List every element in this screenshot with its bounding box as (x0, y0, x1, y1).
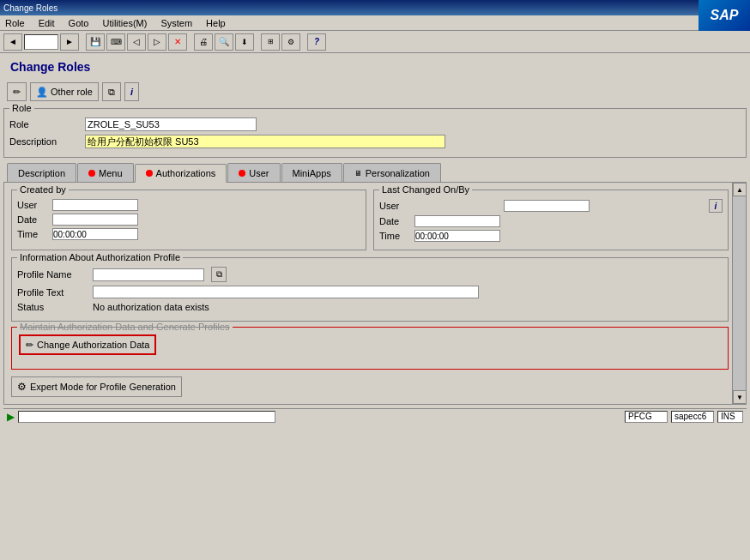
menu-role[interactable]: Role (3, 18, 27, 28)
nav-next-button[interactable]: ▷ (148, 33, 166, 51)
save-button[interactable]: 💾 (86, 33, 105, 51)
role-section-title: Role (9, 103, 34, 113)
expand-button[interactable]: ⊞ (261, 33, 280, 51)
expert-mode-label: Expert Mode for Profile Generation (30, 382, 176, 392)
expert-mode-icon: ⚙ (17, 381, 27, 393)
pfcg-text: PFCG (628, 412, 652, 421)
other-role-label: Other role (51, 87, 93, 97)
change-auth-pencil-icon: ✏ (26, 340, 33, 351)
profile-section: Information About Authorization Profile … (11, 257, 729, 322)
tab-personalization-label: Personalization (366, 168, 430, 178)
desc-field-row: Description (9, 135, 741, 148)
profile-section-title: Information About Authorization Profile (17, 252, 183, 262)
created-user-row: User (17, 199, 360, 211)
menu-bar: Role Edit Goto Utilities(M) System Help (0, 15, 750, 31)
role-input[interactable] (85, 117, 257, 131)
tab-personalization[interactable]: 🖥 Personalization (343, 163, 441, 182)
tab-miniapps[interactable]: MiniApps (281, 163, 342, 182)
stop-button[interactable]: ✕ (168, 33, 187, 51)
changed-date-input[interactable] (414, 215, 500, 227)
tab-personalization-icon: 🖥 (354, 169, 362, 178)
created-date-input[interactable] (52, 214, 138, 226)
toolbar: ◄ ► 💾 ⌨ ◁ ▷ ✕ 🖨 🔍 ⬇ ⊞ ⚙ ? (0, 31, 750, 53)
profile-text-row: Profile Text (17, 286, 723, 298)
menu-system[interactable]: System (159, 18, 194, 28)
scroll-track[interactable] (733, 196, 746, 390)
profile-status-value: No authorization data exists (93, 302, 209, 312)
change-auth-label: Change Authorization Data (37, 340, 149, 350)
maintain-section-title: Maintain Authorization Data and Generate… (17, 322, 233, 332)
desc-label: Description (9, 136, 78, 147)
profile-name-label: Profile Name (17, 269, 86, 280)
role-field-row: Role (9, 117, 741, 131)
menu-help[interactable]: Help (204, 18, 227, 28)
changed-user-input[interactable] (504, 200, 590, 212)
changed-time-input[interactable] (414, 230, 500, 242)
copy-small-icon: ⧉ (216, 269, 222, 280)
changed-user-label: User (379, 201, 409, 211)
status-arrow-icon: ▶ (7, 411, 15, 423)
tab-authorizations[interactable]: Authorizations (135, 164, 227, 183)
profile-text-label: Profile Text (17, 287, 86, 298)
profile-name-input[interactable] (93, 268, 204, 281)
created-user-input[interactable] (52, 199, 138, 211)
menu-utilities[interactable]: Utilities(M) (100, 18, 148, 28)
command-input[interactable] (24, 34, 58, 50)
changed-info-icon[interactable]: i (709, 199, 723, 213)
other-role-icon: 👤 (36, 87, 48, 98)
tab-description-label: Description (18, 168, 65, 178)
tab-authorizations-dot (146, 170, 153, 177)
sap-logo: SAP (699, 0, 750, 31)
find-button[interactable]: 🔍 (215, 33, 233, 51)
tab-content: Created by User Date Time (3, 182, 747, 405)
other-role-button[interactable]: 👤 Other role (30, 82, 99, 101)
forward-button[interactable]: ► (60, 33, 79, 51)
nav-prev-button[interactable]: ◁ (127, 33, 146, 51)
last-changed-title: Last Changed On/By (379, 184, 472, 195)
pfcg-field: PFCG (625, 411, 668, 423)
tab-user[interactable]: User (227, 163, 280, 182)
expert-mode-button[interactable]: ⚙ Expert Mode for Profile Generation (11, 376, 182, 397)
info-button[interactable]: i (124, 82, 139, 101)
scroll-up-button[interactable]: ▲ (733, 183, 747, 196)
help-icon-btn[interactable]: ? (307, 33, 326, 51)
profile-text-input[interactable] (93, 286, 479, 298)
created-date-row: Date (17, 214, 360, 226)
tab-miniapps-label: MiniApps (293, 168, 331, 178)
scroll-down-button[interactable]: ▼ (733, 390, 747, 404)
created-by-section: Created by User Date Time (11, 190, 366, 250)
changed-user-row: User i (379, 199, 723, 213)
action-toolbar: ✏ 👤 Other role ⧉ i (3, 81, 747, 103)
created-time-label: Time (17, 229, 47, 239)
copy-button[interactable]: ⧉ (102, 82, 121, 101)
created-by-title: Created by (17, 184, 69, 195)
settings-button[interactable]: ⚙ (281, 33, 300, 51)
tab-user-label: User (249, 168, 269, 178)
menu-goto[interactable]: Goto (67, 18, 91, 28)
profile-copy-button[interactable]: ⧉ (211, 267, 227, 282)
profile-name-row: Profile Name ⧉ (17, 267, 723, 282)
tab-description[interactable]: Description (7, 163, 76, 182)
tab-menu[interactable]: Menu (77, 163, 134, 182)
tab-authorizations-label: Authorizations (156, 168, 216, 178)
mode-text: INS (721, 412, 735, 421)
role-label: Role (9, 119, 78, 129)
created-time-row: Time (17, 228, 360, 240)
tabs-row: Description Menu Authorizations User Min… (3, 163, 747, 182)
title-bar: Change Roles _ □ × (0, 0, 750, 15)
menu-edit[interactable]: Edit (37, 18, 57, 28)
shortcut-button[interactable]: ⌨ (106, 33, 125, 51)
tab-user-dot (239, 170, 245, 177)
back-button[interactable]: ◄ (3, 33, 22, 51)
pencil-button[interactable]: ✏ (7, 82, 27, 101)
change-auth-button[interactable]: ✏ Change Authorization Data (19, 334, 156, 355)
scrollbar[interactable]: ▲ ▼ (732, 183, 746, 404)
created-time-input[interactable] (52, 228, 138, 240)
changed-time-label: Time (379, 231, 409, 241)
info-boxes: Created by User Date Time (11, 190, 729, 250)
find-next-button[interactable]: ⬇ (235, 33, 254, 51)
created-date-label: Date (17, 214, 47, 225)
print-button[interactable]: 🖨 (194, 33, 213, 51)
desc-input[interactable] (85, 135, 445, 148)
system-text: sapecc6 (674, 412, 706, 421)
